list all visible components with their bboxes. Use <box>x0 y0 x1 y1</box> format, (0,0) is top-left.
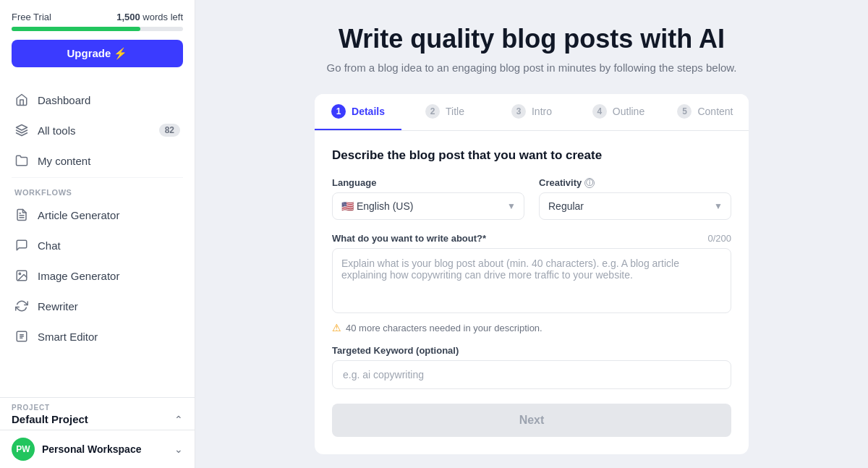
tab-intro[interactable]: 3 Intro <box>488 94 575 130</box>
all-tools-badge: 82 <box>159 124 180 137</box>
sidebar-item-rewriter[interactable]: Rewriter <box>0 291 195 321</box>
page-title: Write quality blog posts with AI <box>224 23 839 54</box>
info-icon: ⓘ <box>584 178 595 188</box>
sidebar-item-dashboard[interactable]: Dashboard <box>0 85 195 115</box>
refresh-icon <box>14 299 29 313</box>
workflows-section-label: Workflows <box>0 179 195 200</box>
folder-icon <box>14 153 29 168</box>
language-group: Language 🇺🇸 English (US) ▼ <box>332 177 524 220</box>
form-section-title: Describe the blog post that you want to … <box>332 148 731 163</box>
home-icon <box>14 93 29 107</box>
tab-label-outline: Outline <box>613 106 644 117</box>
sidebar-item-image-generator[interactable]: Image Generator <box>0 260 195 291</box>
language-creativity-row: Language 🇺🇸 English (US) ▼ Creativity ⓘ <box>332 177 731 220</box>
topic-textarea[interactable] <box>332 248 731 313</box>
creativity-group: Creativity ⓘ Regular ▼ <box>539 177 731 220</box>
page-subtitle: Go from a blog idea to an engaging blog … <box>224 61 839 74</box>
sidebar: Free Trial 1,500 words left Upgrade ⚡ Da… <box>0 0 195 468</box>
main-card: 1 Details 2 Title 3 Intro 4 Outline 5 Co… <box>315 94 749 454</box>
trial-words-left: 1,500 words left <box>116 12 183 22</box>
creativity-select[interactable]: Regular <box>539 192 731 220</box>
sidebar-item-chat[interactable]: Chat <box>0 230 195 260</box>
tab-content[interactable]: 5 Content <box>662 94 749 130</box>
upgrade-button[interactable]: Upgrade ⚡ <box>12 40 183 67</box>
tab-num-5: 5 <box>677 104 692 119</box>
chevron-up-icon: ⌃ <box>174 414 183 425</box>
tab-label-title: Title <box>446 106 464 117</box>
language-select[interactable]: 🇺🇸 English (US) <box>332 192 524 220</box>
message-circle-icon <box>14 238 29 252</box>
keyword-input[interactable] <box>332 360 731 389</box>
sidebar-divider <box>12 177 183 178</box>
sidebar-item-article-generator[interactable]: Article Generator <box>0 200 195 230</box>
tab-title[interactable]: 2 Title <box>401 94 488 130</box>
sidebar-item-label: My content <box>38 155 90 167</box>
tab-outline[interactable]: 4 Outline <box>575 94 662 130</box>
topic-char-count: 0/200 <box>707 233 731 244</box>
topic-char-row: What do you want to write about?* 0/200 <box>332 233 731 244</box>
layers-icon <box>14 123 29 137</box>
topic-label: What do you want to write about?* <box>332 233 486 244</box>
creativity-label: Creativity ⓘ <box>539 177 731 188</box>
sidebar-item-label: Rewriter <box>38 300 78 312</box>
chevron-down-icon: ⌄ <box>174 443 183 455</box>
tab-num-1: 1 <box>331 104 346 119</box>
sidebar-top: Free Trial 1,500 words left Upgrade ⚡ <box>0 12 195 79</box>
warning-icon: ⚠ <box>332 322 341 333</box>
type-icon <box>14 329 29 344</box>
project-name: Default Project <box>12 413 88 425</box>
keyword-label: Targeted Keyword (optional) <box>332 345 731 356</box>
tab-label-content: Content <box>697 106 733 117</box>
sidebar-item-label: Article Generator <box>38 209 119 221</box>
next-button[interactable]: Next <box>332 404 731 437</box>
language-label: Language <box>332 177 524 188</box>
sidebar-item-smart-editor[interactable]: Smart Editor <box>0 321 195 352</box>
workspace-row[interactable]: PW Personal Workspace ⌄ <box>0 430 195 468</box>
workspace-name: Personal Workspace <box>42 443 167 455</box>
svg-marker-0 <box>17 125 27 131</box>
image-icon <box>14 268 29 283</box>
sidebar-item-label: Smart Editor <box>38 331 98 343</box>
tab-bar: 1 Details 2 Title 3 Intro 4 Outline 5 Co… <box>315 94 749 131</box>
project-section: PROJECT Default Project ⌃ <box>0 397 195 430</box>
tab-num-2: 2 <box>425 104 440 119</box>
tab-label-details: Details <box>352 106 385 117</box>
tab-label-intro: Intro <box>532 106 552 117</box>
sidebar-item-label: Image Generator <box>38 270 119 282</box>
warning-row: ⚠ 40 more characters needed in your desc… <box>332 322 731 333</box>
avatar: PW <box>12 438 35 461</box>
trial-row: Free Trial 1,500 words left <box>12 12 183 22</box>
sidebar-nav: Dashboard All tools 82 My content <box>0 79 195 397</box>
progress-bar-background <box>12 27 183 31</box>
creativity-select-wrapper: Regular ▼ <box>539 192 731 220</box>
file-text-icon <box>14 208 29 222</box>
progress-bar-fill <box>12 27 140 31</box>
project-label: PROJECT <box>12 404 183 412</box>
tab-details[interactable]: 1 Details <box>315 94 401 130</box>
trial-label: Free Trial <box>12 12 51 22</box>
main-content: Write quality blog posts with AI Go from… <box>195 0 868 468</box>
tab-num-4: 4 <box>592 104 607 119</box>
sidebar-item-my-content[interactable]: My content <box>0 145 195 176</box>
warning-text: 40 more characters needed in your descri… <box>346 323 542 333</box>
form-body: Describe the blog post that you want to … <box>315 131 749 454</box>
tab-num-3: 3 <box>511 104 526 119</box>
sidebar-item-label: Chat <box>38 239 61 252</box>
project-selector[interactable]: Default Project ⌃ <box>12 413 183 425</box>
svg-point-4 <box>19 273 20 274</box>
sidebar-item-label: All tools <box>38 124 76 137</box>
sidebar-item-label: Dashboard <box>38 94 90 106</box>
language-select-wrapper: 🇺🇸 English (US) ▼ <box>332 192 524 220</box>
sidebar-item-all-tools[interactable]: All tools 82 <box>0 115 195 145</box>
